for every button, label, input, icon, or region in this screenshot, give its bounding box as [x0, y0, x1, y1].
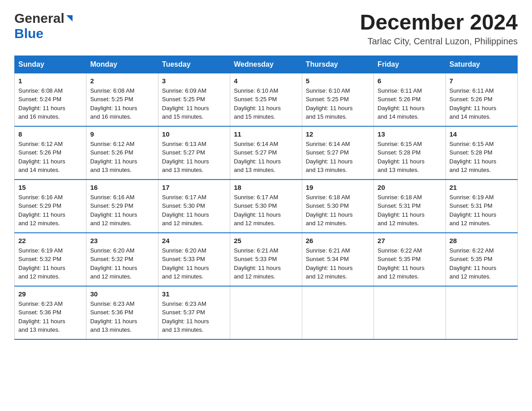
calendar-week-row: 15 Sunrise: 6:16 AMSunset: 5:29 PMDaylig…: [15, 180, 518, 233]
day-number: 18: [234, 184, 298, 191]
day-info: Sunrise: 6:15 AMSunset: 5:28 PMDaylight:…: [450, 140, 514, 175]
table-row: 21 Sunrise: 6:19 AMSunset: 5:31 PMDaylig…: [446, 180, 517, 233]
table-row: 10 Sunrise: 6:13 AMSunset: 5:27 PMDaylig…: [158, 126, 230, 180]
table-row: 12 Sunrise: 6:14 AMSunset: 5:27 PMDaylig…: [302, 126, 373, 180]
day-number: 11: [234, 130, 298, 138]
table-row: 1 Sunrise: 6:08 AMSunset: 5:24 PMDayligh…: [15, 73, 86, 126]
table-row: 31 Sunrise: 6:23 AMSunset: 5:37 PMDaylig…: [158, 286, 230, 339]
day-number: 28: [450, 237, 514, 244]
table-row: 23 Sunrise: 6:20 AMSunset: 5:32 PMDaylig…: [86, 233, 158, 286]
calendar-week-row: 1 Sunrise: 6:08 AMSunset: 5:24 PMDayligh…: [15, 73, 518, 126]
table-row: 4 Sunrise: 6:10 AMSunset: 5:25 PMDayligh…: [230, 73, 302, 126]
table-row: 28 Sunrise: 6:22 AMSunset: 5:35 PMDaylig…: [446, 233, 517, 286]
table-row: 5 Sunrise: 6:10 AMSunset: 5:25 PMDayligh…: [302, 73, 373, 126]
day-number: 13: [378, 130, 442, 138]
table-row: [446, 286, 517, 339]
day-info: Sunrise: 6:21 AMSunset: 5:33 PMDaylight:…: [234, 246, 298, 281]
table-row: 14 Sunrise: 6:15 AMSunset: 5:28 PMDaylig…: [446, 126, 517, 180]
day-number: 3: [162, 77, 226, 85]
table-row: 13 Sunrise: 6:15 AMSunset: 5:28 PMDaylig…: [374, 126, 446, 180]
day-info: Sunrise: 6:15 AMSunset: 5:28 PMDaylight:…: [378, 140, 442, 175]
table-row: 30 Sunrise: 6:23 AMSunset: 5:36 PMDaylig…: [86, 286, 158, 339]
day-info: Sunrise: 6:10 AMSunset: 5:25 PMDaylight:…: [234, 86, 298, 121]
day-number: 4: [234, 77, 298, 85]
table-row: 24 Sunrise: 6:20 AMSunset: 5:33 PMDaylig…: [158, 233, 230, 286]
col-wednesday: Wednesday: [230, 56, 302, 73]
day-info: Sunrise: 6:12 AMSunset: 5:26 PMDaylight:…: [90, 140, 154, 175]
calendar-week-row: 22 Sunrise: 6:19 AMSunset: 5:32 PMDaylig…: [15, 233, 518, 286]
page-header: General Blue December 2024 Tarlac City, …: [14, 11, 518, 47]
day-number: 24: [162, 237, 226, 244]
day-info: Sunrise: 6:18 AMSunset: 5:31 PMDaylight:…: [378, 193, 442, 228]
table-row: 22 Sunrise: 6:19 AMSunset: 5:32 PMDaylig…: [15, 233, 86, 286]
day-info: Sunrise: 6:16 AMSunset: 5:29 PMDaylight:…: [90, 193, 154, 228]
calendar-table: Sunday Monday Tuesday Wednesday Thursday…: [14, 56, 518, 340]
table-row: 29 Sunrise: 6:23 AMSunset: 5:36 PMDaylig…: [15, 286, 86, 339]
day-info: Sunrise: 6:23 AMSunset: 5:36 PMDaylight:…: [18, 300, 82, 334]
table-row: 7 Sunrise: 6:11 AMSunset: 5:26 PMDayligh…: [446, 73, 517, 126]
day-info: Sunrise: 6:17 AMSunset: 5:30 PMDaylight:…: [234, 193, 298, 228]
day-number: 17: [162, 184, 226, 191]
day-info: Sunrise: 6:19 AMSunset: 5:32 PMDaylight:…: [18, 246, 82, 281]
day-number: 23: [90, 237, 154, 244]
day-number: 22: [18, 237, 82, 244]
day-number: 5: [306, 77, 370, 85]
svg-marker-0: [66, 15, 73, 21]
logo-blue-text: Blue: [14, 26, 43, 41]
day-info: Sunrise: 6:08 AMSunset: 5:24 PMDaylight:…: [18, 86, 82, 121]
day-number: 26: [306, 237, 370, 244]
day-number: 20: [378, 184, 442, 191]
day-info: Sunrise: 6:11 AMSunset: 5:26 PMDaylight:…: [378, 86, 442, 121]
calendar-week-row: 29 Sunrise: 6:23 AMSunset: 5:36 PMDaylig…: [15, 286, 518, 339]
day-number: 21: [450, 184, 514, 191]
day-info: Sunrise: 6:10 AMSunset: 5:25 PMDaylight:…: [306, 86, 370, 121]
day-info: Sunrise: 6:21 AMSunset: 5:34 PMDaylight:…: [306, 246, 370, 281]
table-row: 25 Sunrise: 6:21 AMSunset: 5:33 PMDaylig…: [230, 233, 302, 286]
day-number: 27: [378, 237, 442, 244]
col-thursday: Thursday: [302, 56, 373, 73]
day-info: Sunrise: 6:17 AMSunset: 5:30 PMDaylight:…: [162, 193, 226, 228]
logo-general-text: General: [14, 11, 64, 26]
day-info: Sunrise: 6:23 AMSunset: 5:36 PMDaylight:…: [90, 300, 154, 334]
day-number: 9: [90, 130, 154, 138]
table-row: [302, 286, 373, 339]
col-friday: Friday: [374, 56, 446, 73]
table-row: 6 Sunrise: 6:11 AMSunset: 5:26 PMDayligh…: [374, 73, 446, 126]
day-info: Sunrise: 6:16 AMSunset: 5:29 PMDaylight:…: [18, 193, 82, 228]
day-number: 19: [306, 184, 370, 191]
day-info: Sunrise: 6:09 AMSunset: 5:25 PMDaylight:…: [162, 86, 226, 121]
table-row: 8 Sunrise: 6:12 AMSunset: 5:26 PMDayligh…: [15, 126, 86, 180]
day-info: Sunrise: 6:22 AMSunset: 5:35 PMDaylight:…: [450, 246, 514, 281]
day-info: Sunrise: 6:14 AMSunset: 5:27 PMDaylight:…: [306, 140, 370, 175]
table-row: [374, 286, 446, 339]
calendar-week-row: 8 Sunrise: 6:12 AMSunset: 5:26 PMDayligh…: [15, 126, 518, 180]
table-row: [230, 286, 302, 339]
day-number: 2: [90, 77, 154, 85]
day-number: 7: [450, 77, 514, 85]
table-row: 26 Sunrise: 6:21 AMSunset: 5:34 PMDaylig…: [302, 233, 373, 286]
table-row: 17 Sunrise: 6:17 AMSunset: 5:30 PMDaylig…: [158, 180, 230, 233]
day-number: 1: [18, 77, 82, 85]
day-info: Sunrise: 6:13 AMSunset: 5:27 PMDaylight:…: [162, 140, 226, 175]
table-row: 16 Sunrise: 6:16 AMSunset: 5:29 PMDaylig…: [86, 180, 158, 233]
day-info: Sunrise: 6:23 AMSunset: 5:37 PMDaylight:…: [162, 300, 226, 334]
day-number: 12: [306, 130, 370, 138]
day-number: 6: [378, 77, 442, 85]
day-info: Sunrise: 6:11 AMSunset: 5:26 PMDaylight:…: [450, 86, 514, 121]
day-number: 14: [450, 130, 514, 138]
table-row: 3 Sunrise: 6:09 AMSunset: 5:25 PMDayligh…: [158, 73, 230, 126]
day-info: Sunrise: 6:08 AMSunset: 5:25 PMDaylight:…: [90, 86, 154, 121]
logo-arrow-icon: [64, 13, 74, 25]
day-number: 10: [162, 130, 226, 138]
col-tuesday: Tuesday: [158, 56, 230, 73]
day-number: 25: [234, 237, 298, 244]
day-info: Sunrise: 6:18 AMSunset: 5:30 PMDaylight:…: [306, 193, 370, 228]
day-number: 16: [90, 184, 154, 191]
day-number: 31: [162, 290, 226, 298]
day-info: Sunrise: 6:20 AMSunset: 5:33 PMDaylight:…: [162, 246, 226, 281]
table-row: 27 Sunrise: 6:22 AMSunset: 5:35 PMDaylig…: [374, 233, 446, 286]
day-number: 29: [18, 290, 82, 298]
day-number: 15: [18, 184, 82, 191]
day-info: Sunrise: 6:14 AMSunset: 5:27 PMDaylight:…: [234, 140, 298, 175]
title-block: December 2024 Tarlac City, Central Luzon…: [360, 11, 518, 47]
